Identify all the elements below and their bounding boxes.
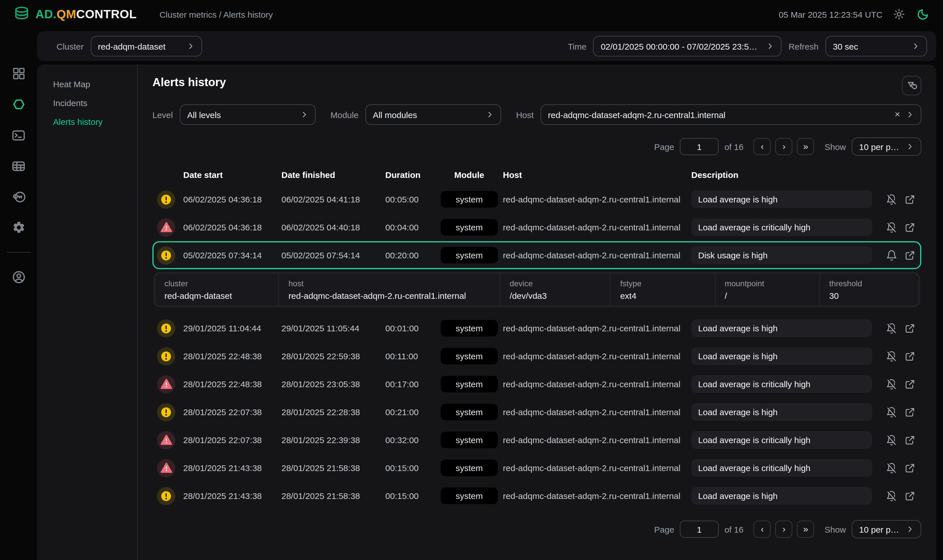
severity-indicator bbox=[157, 218, 175, 236]
table-row[interactable]: 06/02/2025 04:36:18 06/02/2025 04:40:18 … bbox=[153, 213, 921, 241]
notifications-muted-button[interactable] bbox=[886, 406, 897, 418]
open-alert-button[interactable] bbox=[904, 490, 915, 502]
module-label: Module bbox=[330, 110, 358, 120]
open-alert-button[interactable] bbox=[904, 378, 915, 390]
open-alert-button[interactable] bbox=[904, 462, 915, 474]
control-bar: Cluster red-adqm-dataset Time 02/01/2025… bbox=[37, 31, 936, 61]
table-row[interactable]: 28/01/2025 21:43:38 28/01/2025 21:58:38 … bbox=[153, 482, 921, 510]
open-alert-button[interactable] bbox=[904, 249, 915, 261]
table-row[interactable]: 28/01/2025 22:48:38 28/01/2025 23:05:38 … bbox=[153, 370, 921, 398]
cell-host: red-adqmc-dataset-adqm-2.ru-central1.int… bbox=[503, 463, 691, 473]
table-row[interactable]: 06/02/2025 04:36:18 06/02/2025 04:41:18 … bbox=[153, 185, 921, 213]
nav-access-keys[interactable] bbox=[11, 189, 26, 204]
table-row[interactable]: 29/01/2025 11:04:44 29/01/2025 11:05:44 … bbox=[153, 314, 921, 342]
logo-link[interactable]: AD.QMCONTROL bbox=[12, 5, 137, 23]
nav-account[interactable] bbox=[11, 270, 26, 285]
cell-date-finished: 28/01/2025 21:58:38 bbox=[281, 463, 385, 473]
open-alert-button[interactable] bbox=[904, 323, 915, 334]
open-alert-button[interactable] bbox=[904, 406, 915, 418]
chevron-right-icon bbox=[766, 42, 774, 50]
cell-duration: 00:05:00 bbox=[385, 194, 435, 204]
refresh-select[interactable]: 30 sec bbox=[826, 36, 927, 57]
per-page-select[interactable]: 10 per page bbox=[852, 520, 921, 538]
cell-duration: 00:11:00 bbox=[385, 351, 435, 361]
cell-host: red-adqmc-dataset-adqm-2.ru-central1.int… bbox=[503, 194, 691, 204]
notifications-muted-button[interactable] bbox=[886, 434, 897, 446]
critical-icon bbox=[160, 462, 172, 474]
severity-indicator bbox=[157, 246, 175, 264]
module-select[interactable]: All modules bbox=[365, 105, 501, 125]
nav-tables[interactable] bbox=[11, 158, 26, 173]
page-number-input[interactable] bbox=[680, 521, 719, 538]
detail-field-label: mountpoint bbox=[725, 279, 810, 288]
open-alert-button[interactable] bbox=[904, 351, 915, 362]
per-page-select[interactable]: 10 per page bbox=[852, 137, 921, 156]
table-row[interactable]: 05/02/2025 07:34:14 05/02/2025 07:54:14 … bbox=[153, 241, 921, 269]
notifications-button[interactable] bbox=[886, 249, 897, 261]
notifications-muted-button[interactable] bbox=[886, 378, 897, 390]
light-theme-button[interactable] bbox=[892, 7, 906, 22]
chevron-right-icon bbox=[906, 111, 914, 118]
external-link-icon bbox=[904, 351, 915, 362]
detail-field-value: ext4 bbox=[620, 291, 705, 300]
last-page-button[interactable]: » bbox=[797, 138, 814, 155]
nav-terminal[interactable] bbox=[11, 128, 26, 143]
bell-off-icon bbox=[886, 323, 897, 334]
rail-divider bbox=[6, 252, 31, 252]
sidebar-item-heat-map[interactable]: Heat Map bbox=[53, 79, 137, 89]
table-row[interactable]: 28/01/2025 22:48:38 28/01/2025 22:59:38 … bbox=[153, 342, 921, 370]
cell-date-finished: 28/01/2025 22:28:38 bbox=[281, 407, 385, 417]
next-page-button[interactable]: › bbox=[775, 138, 793, 155]
notifications-muted-button[interactable] bbox=[886, 194, 897, 205]
table-row[interactable]: 28/01/2025 21:43:38 28/01/2025 21:58:38 … bbox=[153, 454, 921, 482]
host-select[interactable]: red-adqmc-dataset-adqm-2.ru-central1.int… bbox=[540, 105, 921, 125]
notifications-muted-button[interactable] bbox=[886, 323, 897, 334]
top-header: AD.QMCONTROL Cluster metrics / Alerts hi… bbox=[0, 0, 943, 29]
notifications-muted-button[interactable] bbox=[886, 490, 897, 502]
cell-host: red-adqmc-dataset-adqm-2.ru-central1.int… bbox=[503, 435, 691, 445]
bell-off-icon bbox=[886, 490, 897, 502]
warning-icon bbox=[161, 490, 172, 502]
nav-settings[interactable] bbox=[11, 220, 26, 235]
critical-icon bbox=[160, 378, 172, 390]
level-select[interactable]: All levels bbox=[180, 105, 316, 125]
nav-cluster-metrics[interactable] bbox=[11, 97, 26, 112]
reset-filters-button[interactable] bbox=[902, 76, 921, 95]
module-chip: system bbox=[441, 320, 498, 337]
external-link-icon bbox=[904, 490, 915, 502]
cell-date-start: 06/02/2025 04:36:18 bbox=[183, 222, 281, 232]
page-number-input[interactable] bbox=[680, 138, 719, 155]
open-alert-button[interactable] bbox=[904, 434, 915, 446]
cell-date-finished: 29/01/2025 11:05:44 bbox=[281, 323, 385, 333]
detail-field: cluster red-adqm-dataset bbox=[155, 274, 278, 306]
critical-icon bbox=[160, 434, 172, 446]
notifications-muted-button[interactable] bbox=[886, 222, 897, 233]
time-range-select[interactable]: 02/01/2025 00:00:00 - 07/02/2025 23:59:5… bbox=[593, 36, 782, 57]
detail-field-label: host bbox=[289, 279, 490, 288]
cell-date-start: 06/02/2025 04:36:18 bbox=[183, 194, 281, 204]
filter-reset-icon bbox=[906, 80, 917, 91]
cluster-select[interactable]: red-adqm-dataset bbox=[91, 36, 202, 57]
dark-theme-button[interactable] bbox=[915, 7, 931, 22]
table-row[interactable]: 28/01/2025 22:07:38 28/01/2025 22:39:38 … bbox=[153, 426, 921, 454]
prev-page-button[interactable]: ‹ bbox=[754, 138, 771, 155]
host-clear-icon[interactable]: × bbox=[893, 109, 901, 120]
notifications-muted-button[interactable] bbox=[886, 351, 897, 362]
open-alert-button[interactable] bbox=[904, 222, 915, 233]
description-chip: Load average is high bbox=[691, 191, 872, 208]
severity-indicator bbox=[157, 190, 175, 208]
table-row[interactable]: 28/01/2025 22:07:38 28/01/2025 22:28:38 … bbox=[153, 398, 921, 426]
nav-dashboard[interactable] bbox=[11, 66, 26, 81]
notifications-muted-button[interactable] bbox=[886, 462, 897, 474]
breadcrumb[interactable]: Cluster metrics / Alerts history bbox=[159, 9, 273, 19]
prev-page-button[interactable]: ‹ bbox=[754, 521, 771, 538]
sidebar-item-alerts-history[interactable]: Alerts history bbox=[53, 117, 137, 126]
open-alert-button[interactable] bbox=[904, 194, 915, 205]
next-page-button[interactable]: › bbox=[775, 521, 793, 538]
last-page-button[interactable]: » bbox=[797, 521, 814, 538]
filters-row: Level All levels Module All modules bbox=[153, 105, 921, 125]
detail-field-label: cluster bbox=[164, 279, 269, 288]
module-chip: system bbox=[441, 348, 498, 365]
external-link-icon bbox=[904, 323, 915, 334]
sidebar-item-incidents[interactable]: Incidents bbox=[53, 98, 137, 108]
